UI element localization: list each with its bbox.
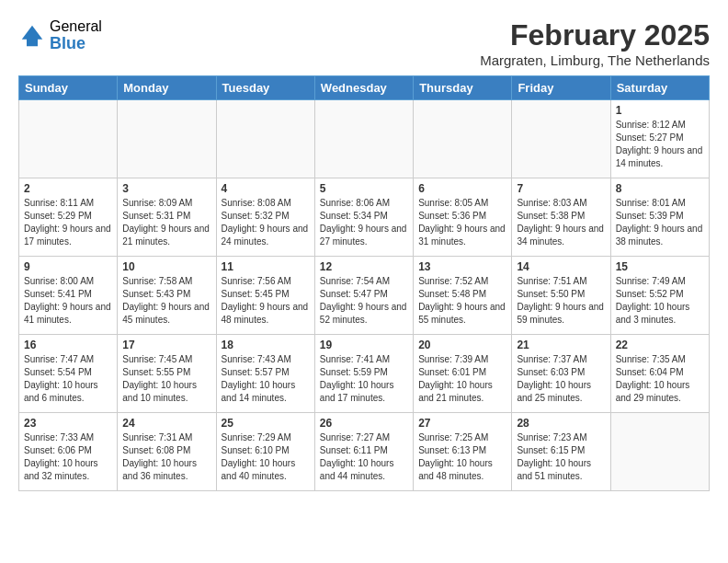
week-row-2: 2Sunrise: 8:11 AM Sunset: 5:29 PM Daylig… [19, 178, 710, 257]
day-number: 26 [320, 417, 408, 430]
calendar-cell [414, 100, 512, 178]
header-wednesday: Wednesday [314, 76, 413, 100]
day-number: 16 [24, 339, 112, 351]
day-number: 14 [517, 260, 605, 273]
day-number: 10 [122, 260, 210, 273]
header-friday: Friday [512, 76, 610, 100]
calendar-cell: 9Sunrise: 8:00 AM Sunset: 5:41 PM Daylig… [19, 257, 118, 335]
header-thursday: Thursday [414, 76, 512, 100]
calendar-cell [314, 100, 413, 178]
day-number: 28 [517, 417, 605, 430]
day-info: Sunrise: 7:58 AM Sunset: 5:43 PM Dayligh… [122, 275, 210, 327]
day-info: Sunrise: 8:05 AM Sunset: 5:36 PM Dayligh… [418, 197, 506, 248]
day-info: Sunrise: 7:45 AM Sunset: 5:55 PM Dayligh… [122, 353, 210, 405]
weekday-header-row: SundayMondayTuesdayWednesdayThursdayFrid… [19, 76, 710, 100]
day-number: 22 [616, 339, 704, 351]
day-number: 5 [320, 182, 408, 195]
day-info: Sunrise: 8:12 AM Sunset: 5:27 PM Dayligh… [616, 119, 704, 170]
calendar-cell: 19Sunrise: 7:41 AM Sunset: 5:59 PM Dayli… [314, 335, 413, 413]
month-year: February 2025 [480, 18, 710, 52]
calendar-cell: 17Sunrise: 7:45 AM Sunset: 5:55 PM Dayli… [118, 335, 216, 413]
calendar-cell [19, 100, 118, 178]
header-sunday: Sunday [19, 76, 118, 100]
title-block: February 2025 Margraten, Limburg, The Ne… [480, 18, 710, 68]
calendar-cell [610, 413, 709, 491]
calendar-cell [216, 100, 314, 178]
svg-marker-0 [22, 25, 43, 46]
day-info: Sunrise: 8:11 AM Sunset: 5:29 PM Dayligh… [24, 197, 112, 248]
day-info: Sunrise: 7:31 AM Sunset: 6:08 PM Dayligh… [122, 431, 210, 483]
calendar-cell: 25Sunrise: 7:29 AM Sunset: 6:10 PM Dayli… [216, 413, 314, 491]
day-number: 12 [320, 260, 408, 273]
calendar-cell: 21Sunrise: 7:37 AM Sunset: 6:03 PM Dayli… [512, 335, 610, 413]
day-info: Sunrise: 7:39 AM Sunset: 6:01 PM Dayligh… [418, 353, 506, 405]
day-number: 8 [616, 182, 704, 195]
week-row-3: 9Sunrise: 8:00 AM Sunset: 5:41 PM Daylig… [19, 257, 710, 335]
day-number: 17 [122, 339, 210, 351]
week-row-4: 16Sunrise: 7:47 AM Sunset: 5:54 PM Dayli… [19, 335, 710, 413]
page-header: General Blue February 2025 Margraten, Li… [18, 18, 710, 68]
logo-text: General Blue [50, 18, 102, 52]
header-monday: Monday [118, 76, 216, 100]
day-number: 15 [616, 260, 704, 273]
calendar-cell: 10Sunrise: 7:58 AM Sunset: 5:43 PM Dayli… [118, 257, 216, 335]
day-number: 18 [222, 339, 310, 351]
day-info: Sunrise: 7:29 AM Sunset: 6:10 PM Dayligh… [222, 431, 310, 483]
calendar-cell: 16Sunrise: 7:47 AM Sunset: 5:54 PM Dayli… [19, 335, 118, 413]
calendar-cell: 11Sunrise: 7:56 AM Sunset: 5:45 PM Dayli… [216, 257, 314, 335]
day-info: Sunrise: 8:08 AM Sunset: 5:32 PM Dayligh… [222, 197, 310, 248]
calendar-cell: 14Sunrise: 7:51 AM Sunset: 5:50 PM Dayli… [512, 257, 610, 335]
day-number: 21 [517, 339, 605, 351]
day-number: 9 [24, 260, 112, 273]
logo-blue: Blue [50, 35, 102, 53]
day-info: Sunrise: 7:27 AM Sunset: 6:11 PM Dayligh… [320, 431, 408, 483]
calendar-cell: 3Sunrise: 8:09 AM Sunset: 5:31 PM Daylig… [118, 178, 216, 257]
calendar-cell: 20Sunrise: 7:39 AM Sunset: 6:01 PM Dayli… [414, 335, 512, 413]
calendar-cell: 28Sunrise: 7:23 AM Sunset: 6:15 PM Dayli… [512, 413, 610, 491]
day-info: Sunrise: 8:03 AM Sunset: 5:38 PM Dayligh… [517, 197, 605, 248]
calendar-cell: 15Sunrise: 7:49 AM Sunset: 5:52 PM Dayli… [610, 257, 709, 335]
day-info: Sunrise: 7:52 AM Sunset: 5:48 PM Dayligh… [418, 275, 506, 327]
day-info: Sunrise: 7:37 AM Sunset: 6:03 PM Dayligh… [517, 353, 605, 405]
calendar-cell: 24Sunrise: 7:31 AM Sunset: 6:08 PM Dayli… [118, 413, 216, 491]
day-info: Sunrise: 7:47 AM Sunset: 5:54 PM Dayligh… [24, 353, 112, 405]
day-number: 7 [517, 182, 605, 195]
day-number: 24 [122, 417, 210, 430]
week-row-5: 23Sunrise: 7:33 AM Sunset: 6:06 PM Dayli… [19, 413, 710, 491]
location: Margraten, Limburg, The Netherlands [480, 52, 710, 68]
day-info: Sunrise: 7:49 AM Sunset: 5:52 PM Dayligh… [616, 275, 704, 327]
calendar-cell: 7Sunrise: 8:03 AM Sunset: 5:38 PM Daylig… [512, 178, 610, 257]
calendar-cell: 5Sunrise: 8:06 AM Sunset: 5:34 PM Daylig… [314, 178, 413, 257]
day-info: Sunrise: 8:01 AM Sunset: 5:39 PM Dayligh… [616, 197, 704, 248]
day-info: Sunrise: 7:35 AM Sunset: 6:04 PM Dayligh… [616, 353, 704, 405]
day-number: 2 [24, 182, 112, 195]
logo: General Blue [18, 18, 102, 52]
calendar-cell: 1Sunrise: 8:12 AM Sunset: 5:27 PM Daylig… [610, 100, 709, 178]
day-info: Sunrise: 7:41 AM Sunset: 5:59 PM Dayligh… [320, 353, 408, 405]
calendar-cell: 6Sunrise: 8:05 AM Sunset: 5:36 PM Daylig… [414, 178, 512, 257]
calendar-cell: 18Sunrise: 7:43 AM Sunset: 5:57 PM Dayli… [216, 335, 314, 413]
day-number: 3 [122, 182, 210, 195]
day-number: 23 [24, 417, 112, 430]
day-number: 25 [222, 417, 310, 430]
calendar-cell: 26Sunrise: 7:27 AM Sunset: 6:11 PM Dayli… [314, 413, 413, 491]
day-info: Sunrise: 7:54 AM Sunset: 5:47 PM Dayligh… [320, 275, 408, 327]
day-info: Sunrise: 7:25 AM Sunset: 6:13 PM Dayligh… [418, 431, 506, 483]
day-number: 13 [418, 260, 506, 273]
day-info: Sunrise: 8:09 AM Sunset: 5:31 PM Dayligh… [122, 197, 210, 248]
calendar-cell: 27Sunrise: 7:25 AM Sunset: 6:13 PM Dayli… [414, 413, 512, 491]
day-info: Sunrise: 7:43 AM Sunset: 5:57 PM Dayligh… [222, 353, 310, 405]
day-number: 11 [222, 260, 310, 273]
calendar-cell: 8Sunrise: 8:01 AM Sunset: 5:39 PM Daylig… [610, 178, 709, 257]
day-number: 1 [616, 104, 704, 117]
day-number: 20 [418, 339, 506, 351]
day-number: 4 [222, 182, 310, 195]
day-info: Sunrise: 7:51 AM Sunset: 5:50 PM Dayligh… [517, 275, 605, 327]
day-info: Sunrise: 7:23 AM Sunset: 6:15 PM Dayligh… [517, 431, 605, 483]
calendar-cell [512, 100, 610, 178]
day-info: Sunrise: 7:33 AM Sunset: 6:06 PM Dayligh… [24, 431, 112, 483]
calendar-cell: 23Sunrise: 7:33 AM Sunset: 6:06 PM Dayli… [19, 413, 118, 491]
calendar-cell [118, 100, 216, 178]
calendar-cell: 2Sunrise: 8:11 AM Sunset: 5:29 PM Daylig… [19, 178, 118, 257]
calendar: SundayMondayTuesdayWednesdayThursdayFrid… [18, 75, 710, 491]
